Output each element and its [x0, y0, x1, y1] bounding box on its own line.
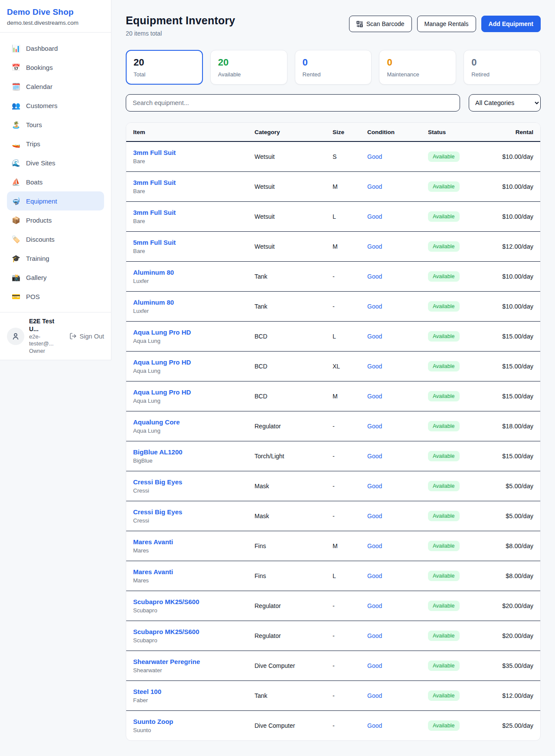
item-name-link[interactable]: BigBlue AL1200 — [133, 448, 255, 456]
status-badge: Available — [428, 481, 460, 491]
item-name-link[interactable]: 3mm Full Suit — [133, 209, 255, 216]
stat-value: 0 — [303, 57, 364, 68]
item-name-link[interactable]: 3mm Full Suit — [133, 149, 255, 156]
item-name-link[interactable]: Cressi Big Eyes — [133, 508, 255, 516]
sidebar-item-boats[interactable]: ⛵ Boats — [7, 172, 104, 191]
item-name-link[interactable]: Aqua Lung Pro HD — [133, 358, 255, 366]
condition-link[interactable]: Good — [367, 722, 382, 729]
condition-link[interactable]: Good — [367, 513, 382, 519]
stat-card-available[interactable]: 20 Available — [210, 50, 287, 85]
item-category: Mask — [255, 471, 333, 501]
item-size: M — [333, 531, 367, 561]
stat-card-maintenance[interactable]: 0 Maintenance — [379, 50, 456, 85]
condition-link[interactable]: Good — [367, 183, 382, 190]
condition-link[interactable]: Good — [367, 213, 382, 220]
sidebar-item-gallery[interactable]: 📸 Gallery — [7, 268, 104, 287]
condition-link[interactable]: Good — [367, 153, 382, 160]
sidebar-item-label: Training — [26, 255, 49, 262]
item-size: - — [333, 441, 367, 471]
condition-link[interactable]: Good — [367, 273, 382, 280]
sidebar-item-trips[interactable]: 🚤 Trips — [7, 134, 104, 153]
stat-card-rented[interactable]: 0 Rented — [295, 50, 372, 85]
item-name-link[interactable]: Aluminum 80 — [133, 299, 255, 306]
search-input[interactable] — [126, 94, 460, 112]
condition-link[interactable]: Good — [367, 602, 382, 609]
rental-price: $18.00/day — [483, 411, 540, 441]
sidebar-item-customers[interactable]: 👥 Customers — [7, 96, 104, 115]
table-row: Aqua Lung Pro HD Aqua Lung BCD L Good Av… — [126, 321, 540, 351]
item-name-link[interactable]: Cressi Big Eyes — [133, 478, 255, 486]
sidebar-item-bookings[interactable]: 📅 Bookings — [7, 58, 104, 77]
item-category: Fins — [255, 531, 333, 561]
status-badge: Available — [428, 361, 460, 371]
condition-link[interactable]: Good — [367, 243, 382, 250]
condition-link[interactable]: Good — [367, 393, 382, 400]
item-name-link[interactable]: Shearwater Peregrine — [133, 658, 255, 665]
item-name-link[interactable]: Scubapro MK25/S600 — [133, 598, 255, 605]
brand-link[interactable]: Demo Dive Shop — [7, 7, 104, 17]
item-name-link[interactable]: Aqualung Core — [133, 418, 255, 426]
table-row: 3mm Full Suit Bare Wetsuit L Good Availa… — [126, 201, 540, 231]
condition-link[interactable]: Good — [367, 303, 382, 310]
item-name-link[interactable]: Mares Avanti — [133, 538, 255, 546]
item-name-link[interactable]: Scubapro MK25/S600 — [133, 628, 255, 635]
item-category: Regulator — [255, 591, 333, 621]
item-size: - — [333, 710, 367, 740]
condition-link[interactable]: Good — [367, 542, 382, 549]
condition-link[interactable]: Good — [367, 333, 382, 340]
table-row: Scubapro MK25/S600 Scubapro Regulator - … — [126, 621, 540, 651]
item-name-link[interactable]: Suunto Zoop — [133, 718, 255, 725]
manage-rentals-button[interactable]: Manage Rentals — [417, 16, 476, 32]
sidebar-item-training[interactable]: 🎓 Training — [7, 249, 104, 268]
condition-link[interactable]: Good — [367, 662, 382, 669]
add-equipment-button[interactable]: Add Equipment — [481, 16, 541, 32]
item-name-link[interactable]: Aqua Lung Pro HD — [133, 388, 255, 396]
sidebar-item-dashboard[interactable]: 📊 Dashboard — [7, 39, 104, 58]
users-icon: 👥 — [12, 102, 20, 110]
condition-link[interactable]: Good — [367, 692, 382, 699]
item-name-link[interactable]: 5mm Full Suit — [133, 239, 255, 246]
sidebar-item-tours[interactable]: 🏝️ Tours — [7, 115, 104, 134]
item-name-link[interactable]: Mares Avanti — [133, 568, 255, 575]
item-size: L — [333, 321, 367, 351]
stat-card-retired[interactable]: 0 Retired — [464, 50, 541, 85]
item-name-link[interactable]: Steel 100 — [133, 688, 255, 695]
condition-link[interactable]: Good — [367, 363, 382, 370]
sign-out-button[interactable]: Sign Out — [69, 332, 104, 340]
rental-price: $10.00/day — [483, 291, 540, 321]
sidebar-item-dive-sites[interactable]: 🌊 Dive Sites — [7, 153, 104, 172]
item-brand: Mares — [133, 577, 255, 584]
speedboat-icon: 🚤 — [12, 140, 20, 148]
scan-barcode-button[interactable]: Scan Barcode — [349, 16, 412, 32]
sidebar-item-equipment[interactable]: 🤿 Equipment — [7, 191, 104, 210]
table-row: Mares Avanti Mares Fins L Good Available… — [126, 561, 540, 591]
item-brand: Faber — [133, 697, 255, 703]
user-role: Owner — [29, 348, 65, 355]
status-badge: Available — [428, 421, 460, 431]
sidebar-item-label: Discounts — [26, 236, 55, 243]
condition-link[interactable]: Good — [367, 483, 382, 490]
sidebar-item-pos[interactable]: 💳 POS — [7, 287, 104, 306]
sidebar-item-label: Dashboard — [26, 45, 58, 52]
sidebar-item-label: Customers — [26, 102, 58, 109]
condition-link[interactable]: Good — [367, 572, 382, 579]
item-category: Regulator — [255, 411, 333, 441]
condition-link[interactable]: Good — [367, 423, 382, 430]
sidebar-item-calendar[interactable]: 🗓️ Calendar — [7, 77, 104, 96]
stats-cards: 20 Total 20 Available 0 Rented 0 Mainten… — [126, 50, 541, 85]
item-size: - — [333, 680, 367, 710]
table-row: 5mm Full Suit Bare Wetsuit M Good Availa… — [126, 231, 540, 261]
item-name-link[interactable]: 3mm Full Suit — [133, 179, 255, 186]
sidebar-item-discounts[interactable]: 🏷️ Discounts — [7, 230, 104, 249]
item-name-link[interactable]: Aluminum 80 — [133, 269, 255, 276]
item-name-link[interactable]: Aqua Lung Pro HD — [133, 329, 255, 336]
condition-link[interactable]: Good — [367, 453, 382, 460]
sidebar-item-products[interactable]: 📦 Products — [7, 210, 104, 230]
page: Demo Dive Shop demo.test.divestreams.com… — [0, 0, 555, 741]
condition-link[interactable]: Good — [367, 632, 382, 639]
item-category: Dive Computer — [255, 651, 333, 680]
rental-price: $15.00/day — [483, 351, 540, 381]
stat-card-total[interactable]: 20 Total — [126, 50, 203, 85]
category-select[interactable]: All Categories — [469, 94, 541, 112]
item-category: BCD — [255, 381, 333, 411]
